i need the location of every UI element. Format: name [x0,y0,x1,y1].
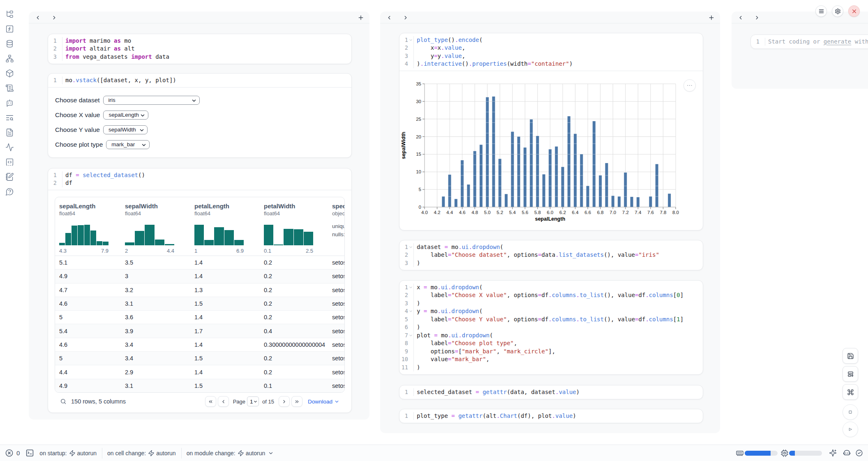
run-config-item[interactable]: on module change:autorun [187,450,274,456]
table-column-header[interactable]: sepalLengthfloat644.37.9 [55,197,121,256]
connection-status-button[interactable] [855,449,863,457]
table-row[interactable]: 4.93.11.50.1setosa [55,379,345,392]
code-line[interactable]: 2df [48,179,351,187]
chart-menu-button[interactable] [683,79,696,92]
table-row[interactable]: 4.931.40.2setosa [55,270,345,283]
sidebar-file-tree-button[interactable] [5,9,14,18]
choose-x-value-select[interactable]: sepalLength [103,111,148,120]
table-row[interactable]: 53.61.40.2setosa [55,311,345,324]
code-line[interactable]: 4).interactive().properties(width="conta… [399,60,703,68]
sidebar-activity-button[interactable] [5,143,14,152]
code-line[interactable]: 1mo.vstack([dataset, x, y, plot]) [48,76,351,85]
fold-button[interactable] [408,334,413,337]
code-line[interactable]: 1import marimo as mo [48,37,351,45]
ai-assistant-button[interactable] [829,449,837,457]
notebook-cell[interactable]: 1mo.vstack([dataset, x, y, plot])Choose … [48,73,352,158]
keyboard-shortcuts-button[interactable] [843,384,858,400]
code-editor[interactable]: 1selected_dataset = getattr(data, datase… [399,385,703,399]
table-column-header[interactable]: sepalWidthfloat6424.4 [121,197,190,256]
column-3-move-right-button[interactable] [754,14,760,21]
previous-page-button[interactable] [218,396,229,407]
code-line[interactable]: 1dataset = mo.ui.dropdown( [399,243,703,251]
column-2-add-column-button[interactable] [708,14,715,21]
column-2-move-left-button[interactable] [386,14,392,21]
fold-button[interactable] [408,38,413,42]
code-line[interactable]: 1df = selected_dataset() [48,171,351,180]
code-line[interactable]: 1plot_type().encode( [399,36,703,44]
column-3-move-left-button[interactable] [737,14,744,21]
table-column-header[interactable]: petalLengthfloat6416.9 [190,197,260,256]
code-line[interactable]: 8 label="Choose plot type", [399,339,703,348]
code-line[interactable]: 2 x=x.value, [399,44,703,52]
column-1-move-right-button[interactable] [51,14,58,21]
column-2-move-right-button[interactable] [402,14,409,21]
table-search-button[interactable] [60,398,67,405]
fold-button[interactable] [408,309,413,313]
code-editor[interactable]: 1x = mo.ui.dropdown(2 label="Choose X va… [399,281,703,374]
fold-button[interactable] [408,286,413,289]
sidebar-code-snippets-button[interactable] [5,157,14,166]
code-line[interactable]: 1plot_type = getattr(alt.Chart(df), plot… [399,412,703,420]
choose-y-value-select[interactable]: sepalWidth [103,125,148,134]
code-line[interactable]: 3) [399,300,703,308]
errors-button[interactable]: 0 [5,449,20,457]
sidebar-help-circle-button[interactable] [5,187,14,196]
table-row[interactable]: 5.43.91.70.4setosa [55,324,345,338]
code-line[interactable]: 10 value="mark_bar", [399,355,703,364]
sidebar-function-square-button[interactable] [5,24,14,33]
notebook-cell[interactable]: 1x = mo.ui.dropdown(2 label="Choose X va… [399,280,703,375]
empty-code-cell[interactable]: 1Start coding or generate with AI. [750,35,868,49]
code-line[interactable]: 2import altair as alt [48,45,351,53]
code-line[interactable]: 5 label="Choose Y value", options=df.col… [399,316,703,324]
code-line[interactable]: 2 label="Choose dataset", options=data.l… [399,251,703,259]
sidebar-scroll-text-button[interactable] [5,83,14,92]
sidebar-text-search-button[interactable] [5,113,14,122]
code-line[interactable]: 3 y=y.value, [399,52,703,60]
run-config-item[interactable]: on cell change:autorun [107,450,176,456]
table-row[interactable]: 5.13.51.40.2setosa [55,256,345,270]
run-config-item[interactable]: on startup:autorun [39,450,97,456]
choose-dataset-select[interactable]: iris [103,96,200,105]
notebook-cell[interactable]: 1plot_type().encode(2 x=x.value,3 y=y.va… [399,33,703,230]
sidebar-notebook-pen-button[interactable] [5,172,14,181]
code-line[interactable]: 3) [399,259,703,267]
sidebar-file-text-button[interactable] [5,128,14,137]
notebook-cell[interactable]: 1df = selected_dataset()2dfsepalLengthfl… [48,168,352,413]
stop-button[interactable] [843,404,858,420]
shutdown-button[interactable] [848,5,860,17]
code-line[interactable]: 11) [399,364,703,372]
page-select[interactable]: 1 [247,396,259,406]
code-placeholder[interactable]: Start coding or generate with AI. [765,38,868,46]
table-row[interactable]: 4.63.11.50.2setosa [55,297,345,310]
table-row[interactable]: 4.63.41.40.30000000000000004setosa [55,338,345,351]
code-line[interactable]: 4y = mo.ui.dropdown( [399,307,703,316]
code-editor[interactable]: 1plot_type().encode(2 x=x.value,3 y=y.va… [399,33,703,71]
code-line[interactable]: 3from vega_datasets import data [48,53,351,61]
notebook-cell[interactable]: 1dataset = mo.ui.dropdown(2 label="Choos… [399,240,703,270]
code-editor[interactable]: 1mo.vstack([dataset, x, y, plot]) [48,74,351,87]
layout-select-button[interactable] [843,366,858,382]
next-page-button[interactable] [279,396,290,407]
code-line[interactable]: 2 label="Choose X value", options=df.col… [399,291,703,300]
run-button[interactable] [843,422,858,437]
sidebar-package-box-button[interactable] [5,69,14,78]
terminal-button[interactable] [25,449,34,457]
code-line[interactable]: 9 options=["mark_bar", "mark_circle"], [399,348,703,356]
notebook-menu-button[interactable] [815,5,827,17]
table-row[interactable]: 4.73.21.30.2setosa [55,283,345,297]
sidebar-database-button[interactable] [5,39,14,48]
choose-plot-type-select[interactable]: mark_bar [106,140,150,149]
code-line[interactable]: 1x = mo.ui.dropdown( [399,284,703,292]
table-column-header[interactable]: speciesobjectunique:nulls: [329,197,345,256]
table-row[interactable]: 4.42.91.40.2setosa [55,365,345,379]
code-line[interactable]: 7plot = mo.ui.dropdown( [399,332,703,340]
download-button[interactable]: Download [308,399,339,405]
code-editor[interactable]: 1import marimo as mo2import altair as al… [48,34,351,64]
generate-with-ai-link[interactable]: generate [824,38,851,45]
sidebar-dependency-network-button[interactable] [5,54,14,63]
last-page-button[interactable] [291,396,302,407]
code-line[interactable]: 6) [399,323,703,332]
notebook-cell[interactable]: 1selected_dataset = getattr(data, datase… [399,385,703,399]
table-row[interactable]: 53.41.50.2setosa [55,352,345,365]
notebook-cell[interactable]: 1import marimo as mo2import altair as al… [48,34,352,64]
